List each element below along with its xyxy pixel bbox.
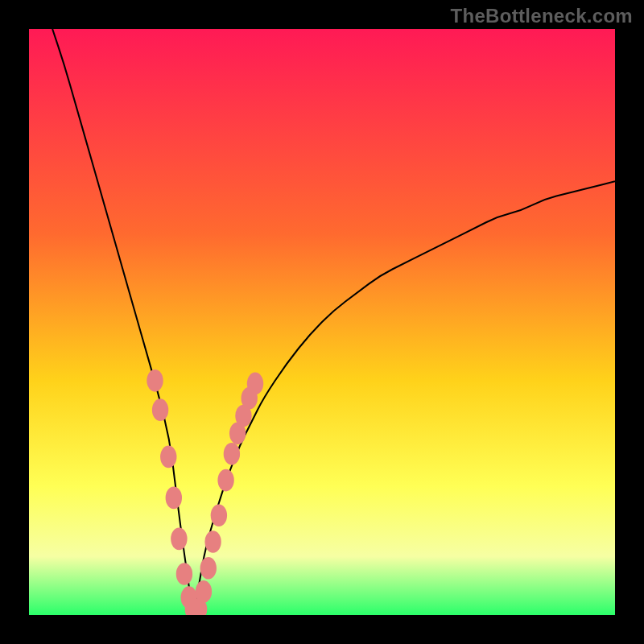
chart-svg [29, 29, 615, 615]
bead [147, 369, 163, 392]
bead [224, 443, 240, 465]
bead [171, 528, 187, 551]
bead [166, 487, 182, 510]
bead [211, 504, 227, 526]
outer-frame: TheBottleneck.com [0, 0, 644, 644]
bead [217, 469, 233, 492]
bead [204, 530, 221, 553]
bead [247, 373, 263, 395]
bead [160, 446, 176, 469]
watermark-text: TheBottleneck.com [451, 5, 633, 27]
bead [200, 557, 217, 580]
bead [196, 580, 212, 603]
bead [176, 563, 192, 585]
plot-area [29, 29, 615, 615]
bead [152, 398, 168, 421]
